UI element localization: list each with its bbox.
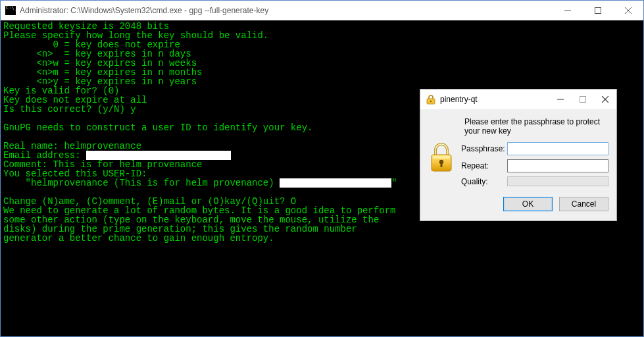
dialog-minimize-button[interactable] [549, 90, 572, 109]
terminal-line: 0 = key does not expire [3, 40, 641, 49]
minimize-button[interactable] [553, 1, 583, 20]
repeat-label: Repeat: [461, 161, 503, 170]
dialog-maximize-button [572, 90, 594, 109]
maximize-button[interactable] [583, 1, 613, 20]
svg-point-5 [430, 101, 432, 102]
passphrase-label: Passphrase: [461, 144, 503, 153]
svg-rect-1 [595, 7, 601, 13]
terminal-line: <n>w = key expires in n weeks [3, 59, 641, 68]
lock-icon [426, 94, 436, 105]
dialog-body: Please enter the passphrase to protect y… [420, 109, 616, 220]
svg-rect-13 [441, 163, 443, 167]
terminal-line: <n>m = key expires in n months [3, 68, 641, 77]
dialog-close-button[interactable] [594, 90, 616, 109]
pinentry-dialog: pinentry-qt Please enter the passphrase … [420, 89, 617, 221]
terminal-line: Please specify how long the key should b… [3, 31, 641, 40]
quality-bar [507, 176, 608, 186]
quality-label: Quality: [461, 177, 503, 186]
svg-rect-11 [433, 156, 450, 159]
cmd-icon [5, 6, 16, 15]
passphrase-input[interactable] [507, 142, 608, 155]
terminal-line: <n>y = key expires in n years [3, 77, 641, 86]
ok-button[interactable]: OK [503, 197, 553, 211]
dialog-titlebar[interactable]: pinentry-qt [420, 90, 616, 109]
repeat-input[interactable] [507, 159, 608, 172]
cancel-button[interactable]: Cancel [559, 197, 608, 211]
redacted-email [86, 151, 231, 160]
redacted-userid-email [280, 178, 391, 188]
terminal-line: disks) during the prime generation; this… [3, 224, 641, 234]
terminal-line: <n> = key expires in n days [3, 49, 641, 59]
dialog-instructions: Please enter the passphrase to protect y… [464, 117, 608, 136]
svg-rect-7 [580, 97, 586, 103]
cmd-window-title: Administrator: C:\Windows\System32\cmd.e… [20, 6, 553, 15]
dialog-title: pinentry-qt [440, 95, 549, 104]
cmd-titlebar[interactable]: Administrator: C:\Windows\System32\cmd.e… [1, 1, 643, 20]
close-button[interactable] [613, 1, 643, 20]
terminal-line: Requested keysize is 2048 bits [3, 22, 641, 31]
lock-icon-large [428, 142, 455, 174]
terminal-line: generator a better chance to gain enough… [3, 234, 641, 243]
